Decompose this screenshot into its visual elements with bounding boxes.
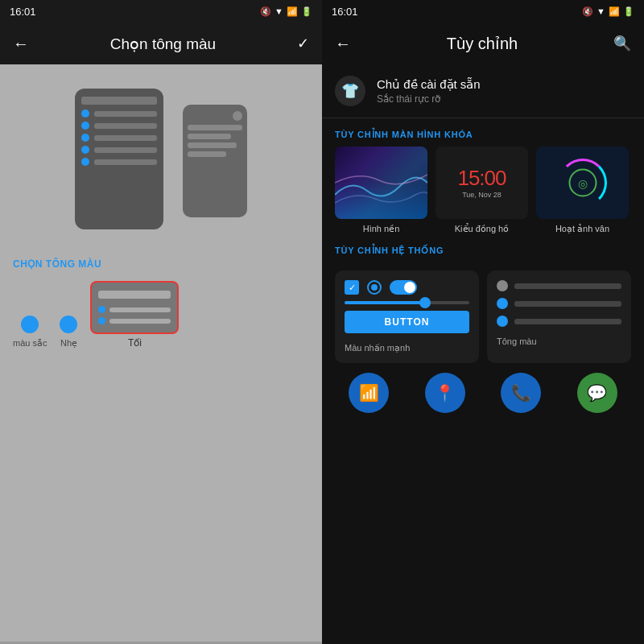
message-quick-icon[interactable]: 💬 [577,373,617,413]
back-button[interactable]: ← [13,35,29,53]
wallpaper-bg [335,147,427,219]
wifi-quick-icon[interactable]: 📶 [349,373,389,413]
mockup-list [81,109,157,221]
slider-fill [345,301,426,304]
accent-card[interactable]: ✓ BUTTON Màu nhấn mạnh [335,270,479,363]
message-qs-icon: 💬 [587,383,607,402]
right-time: 16:01 [332,6,358,18]
tong-dot [497,280,508,291]
tc-topbar [98,291,171,299]
slider-track[interactable] [345,301,469,304]
button-demo[interactable]: BUTTON [345,311,469,333]
mockup-dot [81,146,89,154]
system-cards: ✓ BUTTON Màu nhấn mạnh [322,270,644,363]
clock-date: Tue, Nov 28 [462,191,502,199]
wallpaper-preview [335,147,427,219]
preset-subtitle: Sắc thái rực rỡ [377,93,481,105]
anim-bg: ◎ [536,147,629,219]
dark-theme-mockup[interactable] [75,89,163,229]
battery-icon-r: 🔋 [623,6,634,17]
right-status-icons: 🔇 ▼ 📶 🔋 [582,6,634,17]
phone-quick-icon[interactable]: 📞 [501,373,541,413]
selected-theme-card-container: Tối [90,281,179,349]
location-quick-icon[interactable]: 📍 [425,373,465,413]
tong-item [497,280,621,291]
system-section-label: TÙY CHỈNH HỆ THỐNG [322,234,644,262]
anim-fingerprint-icon: ◎ [578,176,588,189]
preset-title: Chủ đề cài đặt sẵn [377,77,481,92]
clock-preview: 15:00 Tue, Nov 28 [436,147,528,219]
right-back-button[interactable]: ← [335,35,351,53]
wallpaper-svg [335,147,427,219]
radio-control[interactable] [367,280,382,295]
right-content[interactable]: 👕 Chủ đề cài đặt sẵn Sắc thái rực rỡ TÙY… [322,64,644,644]
left-topbar: ← Chọn tông màu ✓ [0,23,322,64]
tong-dot-blue [497,298,508,309]
mockup-list-item [81,109,157,118]
controls-row: ✓ [345,280,469,295]
phone-mockups-container [75,89,247,229]
quick-settings-row: 📶 📍 📞 💬 [322,363,644,413]
tong-card-label: Tông màu [497,336,621,346]
theme-bottom-row: màu sắc Nhẹ [13,281,309,349]
toggle-control[interactable] [390,280,417,295]
color-label-1: màu sắc [13,338,47,349]
preset-section[interactable]: 👕 Chủ đề cài đặt sẵn Sắc thái rực rỡ [322,64,644,118]
chon-tong-mau-section: CHỌN TÔNG MÀU màu sắc Nhẹ [0,246,322,355]
mockup-topbar [81,97,157,105]
toi-theme-label: Tối [128,337,142,349]
chon-tong-mau-label: CHỌN TÔNG MÀU [13,258,309,270]
light-theme-mockup[interactable] [183,105,247,217]
mockup-line [94,147,157,153]
radio-inner [371,284,378,291]
tc-line [109,308,171,312]
toggle-knob [404,282,415,293]
tong-dot-blue2 [497,316,508,327]
toi-theme-card[interactable] [90,281,179,334]
right-status-bar: 16:01 🔇 ▼ 📶 🔋 [322,0,644,23]
clock-card[interactable]: 15:00 Tue, Nov 28 Kiểu đồng hồ [436,147,528,234]
clock-label: Kiểu đồng hồ [455,224,509,234]
lock-screen-cards: Hình nền 15:00 Tue, Nov 28 Kiểu đồng hồ [322,147,644,234]
tong-line [514,319,621,324]
left-panel: 16:01 🔇 ▼ 📶 🔋 ← Chọn tông màu ✓ [0,0,322,644]
left-status-icons: 🔇 ▼ 📶 🔋 [260,6,312,17]
preset-text: Chủ đề cài đặt sẵn Sắc thái rực rỡ [377,77,481,105]
mute-icon-r: 🔇 [582,6,593,17]
wifi-icon: ▼ [275,6,283,16]
right-topbar-title: Tùy chỉnh [447,34,518,53]
signal-icon-r: 📶 [609,6,620,17]
sm-line [188,125,242,130]
tc-dot [98,306,105,313]
color-option-light[interactable]: Nhẹ [60,316,77,349]
slider-row [345,301,469,304]
anim-circle-outer: ◎ [559,159,607,207]
mockup-dot [81,134,89,142]
checkbox-control[interactable]: ✓ [345,280,359,295]
preset-icon: 👕 [335,76,365,106]
left-topbar-title: Chọn tông màu [110,35,216,53]
mockup-dot [81,109,89,118]
mockup-dot [81,122,89,130]
color-label-2: Nhẹ [60,338,77,349]
phone-qs-icon: 📞 [511,383,531,402]
tong-item [497,298,621,309]
sm-dot [233,111,242,121]
search-button[interactable]: 🔍 [613,35,631,52]
anim-card[interactable]: ◎ Hoạt ảnh vân [536,147,629,234]
mockup-list-item [81,134,157,142]
tong-card[interactable]: Tông màu [487,270,631,363]
color-circle-blue [21,316,39,333]
mockup-list-item [81,122,157,130]
sm-line [188,134,231,139]
tong-line [514,301,621,307]
tc-item [98,317,171,324]
wallpaper-card[interactable]: Hình nền [335,147,427,234]
right-topbar: ← Tùy chỉnh 🔍 [322,23,644,64]
confirm-button[interactable]: ✓ [297,35,309,52]
color-option-blue[interactable]: màu sắc [13,316,47,349]
tc-line [109,319,171,324]
left-time: 16:01 [10,6,36,18]
sm-line [188,142,237,148]
right-panel: 16:01 🔇 ▼ 📶 🔋 ← Tùy chỉnh 🔍 👕 Chủ đề cài… [322,0,644,644]
